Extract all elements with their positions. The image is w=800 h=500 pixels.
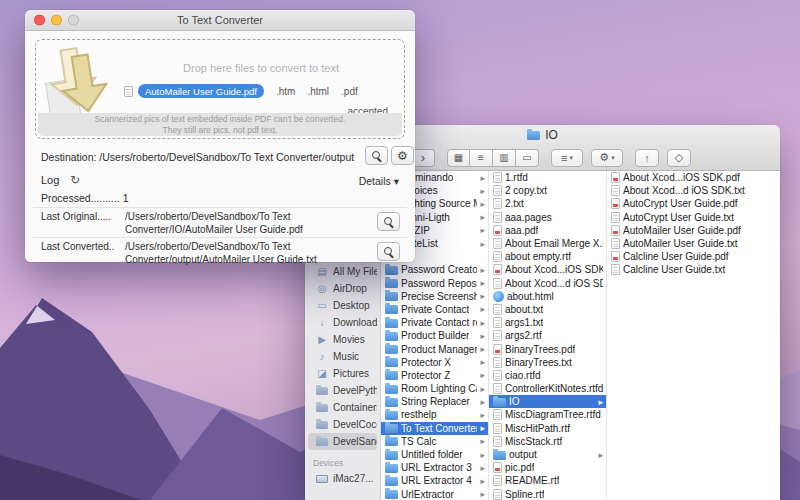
txt-icon	[493, 198, 502, 209]
file-row-miscdiagramtree-rtfd[interactable]: MiscDiagramTree.rtfd	[489, 408, 606, 421]
sidebar-item-pictures[interactable]: ◪Pictures	[308, 365, 377, 382]
file-row-room-lighting-calc[interactable]: Room Lighting Calc▸	[381, 382, 488, 395]
file-row-about-empty-rtf[interactable]: about empty.rtf	[489, 250, 606, 263]
file-row-precise-screenshot[interactable]: Precise Screenshot▸	[381, 290, 488, 303]
file-row-resthelp[interactable]: resthelp▸	[381, 408, 488, 421]
file-row-2-txt[interactable]: 2.txt	[489, 197, 606, 210]
file-name: ciao.rtfd	[505, 370, 541, 381]
zoom-button[interactable]	[68, 15, 79, 26]
file-row-controllerkitnotes-rtfd[interactable]: ControllerKitNotes.rtfd	[489, 382, 606, 395]
file-row-about-email-merge-x-rtf[interactable]: About Email Merge X.rtf	[489, 237, 606, 250]
file-row-protector-x[interactable]: Protector X▸	[381, 356, 488, 369]
sidebar-item-develcocoa[interactable]: DevelCocoa	[308, 416, 377, 433]
icon-view-button[interactable]: ▦	[447, 149, 470, 167]
finder-column-view: Terminando▸Invoices▸Lighting Source Mana…	[381, 171, 780, 500]
sidebar-item-downloads[interactable]: ↓Downloads	[308, 314, 377, 331]
minimize-button[interactable]	[51, 15, 62, 26]
file-row-string-replacer[interactable]: String Replacer▸	[381, 395, 488, 408]
sidebar-item-airdrop[interactable]: ◎AirDrop	[308, 280, 377, 297]
action-button[interactable]: ⚙ ▾	[591, 149, 623, 167]
file-row-aaa-pages[interactable]: aaa.pages	[489, 211, 606, 224]
reveal-converted-button[interactable]	[377, 242, 400, 261]
list-view-button[interactable]: ≡	[470, 149, 493, 167]
file-row-autocrypt-user-guide-pdf[interactable]: AutoCrypt User Guide.pdf	[607, 197, 780, 210]
file-icon	[124, 86, 133, 97]
sidebar-item-develsandbox[interactable]: DevelSandbox	[308, 433, 377, 450]
file-row-mischitpath-rtf[interactable]: MiscHitPath.rtf	[489, 422, 606, 435]
file-row-about-html[interactable]: about.html	[489, 290, 606, 303]
file-row-binarytrees-pdf[interactable]: BinaryTrees.pdf	[489, 342, 606, 355]
converter-titlebar[interactable]: To Text Converter	[25, 10, 415, 31]
file-row-io[interactable]: IO▸	[489, 395, 606, 408]
file-row-about-xcod-d-ios-sdk-txt[interactable]: About Xcod...d iOS SDK.txt	[489, 277, 606, 290]
rtf-icon	[493, 238, 502, 249]
sidebar-item-develpython[interactable]: DevelPython	[308, 382, 377, 399]
file-row-autocrypt-user-guide-txt[interactable]: AutoCrypt User Guide.txt	[607, 211, 780, 224]
file-row-password-repository[interactable]: Password Repository▸	[381, 277, 488, 290]
arrange-button[interactable]: ≡ ▾	[551, 149, 583, 167]
file-row-spline-rtf[interactable]: Spline.rtf	[489, 488, 606, 500]
file-row-url-extractor-3[interactable]: URL Extractor 3▸	[381, 461, 488, 474]
file-row-about-xcod-ios-sdk-pdf[interactable]: About Xcod...iOS SDK.pdf	[607, 171, 780, 184]
refresh-icon[interactable]: ↻	[70, 173, 80, 187]
sidebar-item-desktop[interactable]: ▭Desktop	[308, 297, 377, 314]
folder-icon	[385, 477, 398, 486]
details-disclosure[interactable]: Details ▾	[359, 175, 399, 187]
folder-icon	[316, 387, 328, 395]
forward-button[interactable]: ›	[412, 149, 435, 167]
file-row-untitled-folder[interactable]: Untitled folder▸	[381, 448, 488, 461]
file-name: README.rtf	[505, 475, 559, 486]
pdf-icon	[611, 198, 620, 209]
file-row-private-contact-rel1000[interactable]: Private Contact rel1000▸	[381, 316, 488, 329]
file-row-private-contact[interactable]: Private Contact▸	[381, 303, 488, 316]
sidebar-item-movies[interactable]: ▶Movies	[308, 331, 377, 348]
file-row-pic-pdf[interactable]: pic.pdf	[489, 461, 606, 474]
pdf-icon	[611, 225, 620, 236]
file-row-calcline-user-guide-txt[interactable]: Calcline User Guide.txt	[607, 263, 780, 276]
sidebar-item-music[interactable]: ♪Music	[308, 348, 377, 365]
file-row-binarytrees-txt[interactable]: BinaryTrees.txt	[489, 356, 606, 369]
file-row-output[interactable]: output▸	[489, 448, 606, 461]
file-row-automailer-user-guide-txt[interactable]: AutoMailer User Guide.txt	[607, 237, 780, 250]
file-name: TS Calc	[401, 436, 437, 447]
destination-settings-button[interactable]: ⚙	[391, 146, 414, 165]
folder-icon	[385, 266, 398, 275]
file-row-args2-rtf[interactable]: args2.rtf	[489, 329, 606, 342]
file-row-to-text-converter[interactable]: To Text Converter▸	[381, 422, 488, 435]
drop-zone[interactable]: Drop here files to convert to text AutoM…	[35, 39, 405, 139]
file-row-protector-z[interactable]: Protector Z▸	[381, 369, 488, 382]
pdf-icon	[493, 264, 502, 275]
coverflow-view-button[interactable]: ▭	[516, 149, 539, 167]
file-row-about-xcod-d-ios-sdk-txt[interactable]: About Xcod...d iOS SDK.txt	[607, 184, 780, 197]
file-row-1-rtfd[interactable]: 1.rtfd	[489, 171, 606, 184]
file-row-url-extractor-4[interactable]: URL Extractor 4▸	[381, 474, 488, 487]
share-button[interactable]: ↑	[635, 149, 659, 167]
reveal-original-button[interactable]	[377, 212, 400, 231]
file-row-urlextractor[interactable]: UrlExtractor▸	[381, 488, 488, 500]
file-row-product-manager[interactable]: Product Manager▸	[381, 342, 488, 355]
selected-file-name[interactable]: AutoMailer User Guide.pdf	[138, 84, 264, 98]
file-row-args1-txt[interactable]: args1.txt	[489, 316, 606, 329]
file-row-product-builder[interactable]: Product Builder▸	[381, 329, 488, 342]
file-row-automailer-user-guide-pdf[interactable]: AutoMailer User Guide.pdf	[607, 224, 780, 237]
file-row-readme-rtf[interactable]: README.rtf	[489, 474, 606, 487]
column-view-button[interactable]: ▥	[493, 149, 516, 167]
file-name: About Xcod...iOS SDK.pdf	[623, 172, 740, 183]
file-row-password-creator[interactable]: Password Creator▸	[381, 263, 488, 276]
sidebar-device-imac27[interactable]: iMac27...	[308, 470, 377, 487]
file-row-ciao-rtfd[interactable]: ciao.rtfd	[489, 369, 606, 382]
close-button[interactable]	[34, 15, 45, 26]
file-row-aaa-pdf[interactable]: aaa.pdf	[489, 224, 606, 237]
file-row-miscstack-rtf[interactable]: MiscStack.rtf	[489, 435, 606, 448]
file-row-about-xcod-ios-sdk-pdf[interactable]: About Xcod...iOS SDK.pdf	[489, 263, 606, 276]
tags-button[interactable]: ◇	[667, 149, 691, 167]
file-row-calcline-user-guide-pdf[interactable]: Calcline User Guide.pdf	[607, 250, 780, 263]
file-name: AutoCrypt User Guide.txt	[623, 212, 734, 223]
reveal-destination-button[interactable]	[365, 146, 388, 165]
file-row-about-txt[interactable]: about.txt	[489, 303, 606, 316]
sidebar-item-containers[interactable]: Containers	[308, 399, 377, 416]
file-row-ts-calc[interactable]: TS Calc▸	[381, 435, 488, 448]
file-row-2-copy-txt[interactable]: 2 copy.txt	[489, 184, 606, 197]
file-name: 1.rtfd	[505, 172, 528, 183]
sidebar-item-label: DevelSandbox	[333, 436, 377, 447]
